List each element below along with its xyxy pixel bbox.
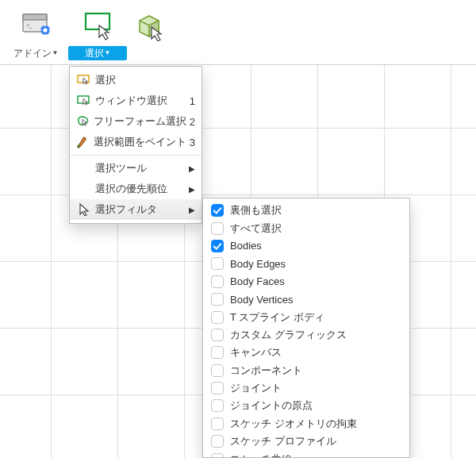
filter-label: Body Vertices bbox=[230, 294, 294, 306]
select-icon bbox=[76, 75, 92, 87]
menu-separator bbox=[70, 155, 202, 156]
svg-rect-9 bbox=[86, 13, 109, 29]
dropdown-triangle-icon: ▼ bbox=[52, 50, 59, 56]
checkbox-icon[interactable] bbox=[211, 311, 224, 324]
checkbox-icon[interactable] bbox=[211, 382, 224, 394]
addins-tool[interactable]: >_ アドイン ▼ bbox=[6, 3, 65, 62]
filter-row[interactable]: コンポーネント bbox=[203, 362, 409, 379]
select-dropdown-menu: 選択 ウィンドウ選択 1 フリーフォーム選択 2 選択範囲をペイント 3 選択ツ… bbox=[69, 66, 202, 224]
menu-item-select-priority[interactable]: 選択の優先順位 ▶ bbox=[70, 179, 202, 199]
checkbox-icon[interactable] bbox=[211, 222, 224, 235]
filter-label: スケッチ曲線 bbox=[230, 452, 292, 458]
window-select-icon bbox=[76, 95, 92, 107]
filter-row[interactable]: カスタム グラフィックス bbox=[203, 326, 409, 344]
brush-icon bbox=[76, 137, 90, 148]
filter-label: ジョイント bbox=[230, 381, 282, 395]
checkbox-icon[interactable] bbox=[211, 240, 224, 252]
menu-item-window-select[interactable]: ウィンドウ選択 1 bbox=[70, 90, 202, 111]
filter-row[interactable]: スケッチ ジオメトリの拘束 bbox=[203, 415, 409, 433]
filter-row[interactable]: スケッチ プロファイル bbox=[203, 433, 409, 450]
svg-point-4 bbox=[43, 28, 47, 32]
filter-row[interactable]: すべて選択 bbox=[203, 219, 409, 237]
filter-label: カスタム グラフィックス bbox=[230, 328, 347, 342]
checkbox-icon[interactable] bbox=[211, 399, 224, 412]
shortcut-key: 1 bbox=[184, 95, 195, 107]
menu-label: 選択フィルタ bbox=[92, 202, 184, 217]
menu-label: 選択の優先順位 bbox=[92, 182, 184, 196]
checkbox-icon[interactable] bbox=[211, 453, 224, 458]
filter-row[interactable]: ジョイントの原点 bbox=[203, 397, 409, 414]
dropdown-triangle-icon: ▼ bbox=[105, 50, 111, 56]
select-rectangle-icon bbox=[68, 5, 127, 44]
menu-item-paint-select[interactable]: 選択範囲をペイント 3 bbox=[70, 132, 202, 152]
checkbox-icon[interactable] bbox=[211, 204, 224, 217]
toolbar: >_ アドイン ▼ 選択 ▼ bbox=[0, 0, 476, 65]
addins-icon: >_ bbox=[6, 5, 65, 44]
shortcut-key: 2 bbox=[186, 116, 195, 128]
filter-label: スケッチ プロファイル bbox=[230, 434, 336, 448]
checkbox-icon[interactable] bbox=[211, 435, 224, 448]
freeform-select-icon bbox=[76, 116, 90, 128]
filter-row[interactable]: Body Edges bbox=[203, 255, 409, 272]
filter-row[interactable]: T スプライン ボディ bbox=[203, 308, 409, 325]
checkbox-icon[interactable] bbox=[211, 293, 224, 306]
menu-item-select-tools[interactable]: 選択ツール ▶ bbox=[70, 158, 202, 179]
filter-row[interactable]: ジョイント bbox=[203, 379, 409, 397]
filter-label: Bodies bbox=[230, 240, 262, 252]
checkbox-icon[interactable] bbox=[211, 275, 224, 288]
cube-tool[interactable] bbox=[130, 3, 170, 62]
filter-label: Body Edges bbox=[230, 258, 286, 270]
filter-row[interactable]: キャンバス bbox=[203, 344, 409, 361]
menu-label: 選択 bbox=[92, 73, 184, 87]
filter-label: ジョイントの原点 bbox=[230, 398, 313, 413]
filter-row[interactable]: Body Faces bbox=[203, 273, 409, 291]
filter-label: すべて選択 bbox=[230, 221, 282, 236]
select-filters-submenu: 裏側も選択すべて選択BodiesBody EdgesBody FacesBody… bbox=[202, 198, 410, 458]
menu-item-select[interactable]: 選択 bbox=[70, 70, 202, 90]
select-label-text: 選択 bbox=[85, 47, 104, 60]
filter-row[interactable]: Body Vertices bbox=[203, 291, 409, 308]
submenu-arrow-icon: ▶ bbox=[184, 185, 195, 194]
menu-item-select-filters[interactable]: 選択フィルタ ▶ bbox=[70, 199, 202, 220]
svg-rect-1 bbox=[23, 14, 47, 20]
cursor-icon bbox=[76, 203, 92, 216]
select-rectangle-tool[interactable]: 選択 ▼ bbox=[68, 3, 127, 62]
checkbox-icon[interactable] bbox=[211, 346, 224, 359]
checkbox-icon[interactable] bbox=[211, 329, 224, 341]
menu-label: フリーフォーム選択 bbox=[90, 114, 186, 129]
checkbox-icon[interactable] bbox=[211, 418, 224, 430]
menu-label: 選択ツール bbox=[92, 161, 184, 175]
svg-text:>_: >_ bbox=[26, 22, 33, 29]
filter-row[interactable]: 裏側も選択 bbox=[203, 202, 409, 219]
menu-item-freeform-select[interactable]: フリーフォーム選択 2 bbox=[70, 111, 202, 132]
filter-label: コンポーネント bbox=[230, 364, 302, 378]
filter-label: T スプライン ボディ bbox=[230, 310, 324, 325]
addins-label-text: アドイン bbox=[13, 47, 52, 60]
filter-row[interactable]: Bodies bbox=[203, 237, 409, 255]
checkbox-icon[interactable] bbox=[211, 364, 224, 377]
menu-label: 選択範囲をペイント bbox=[90, 135, 186, 149]
submenu-arrow-icon: ▶ bbox=[184, 206, 195, 214]
filter-label: Body Faces bbox=[230, 275, 285, 287]
checkbox-icon[interactable] bbox=[211, 257, 224, 270]
filter-row[interactable]: スケッチ曲線 bbox=[203, 450, 409, 458]
filter-label: キャンバス bbox=[230, 345, 282, 360]
shortcut-key: 3 bbox=[186, 137, 195, 148]
select-label[interactable]: 選択 ▼ bbox=[68, 46, 127, 60]
submenu-arrow-icon: ▶ bbox=[184, 164, 195, 173]
svg-point-15 bbox=[77, 144, 79, 147]
cube-icon bbox=[130, 5, 170, 44]
filter-label: 裏側も選択 bbox=[230, 203, 282, 217]
addins-label[interactable]: アドイン ▼ bbox=[6, 46, 65, 60]
menu-label: ウィンドウ選択 bbox=[92, 94, 184, 108]
cube-label-spacer bbox=[130, 46, 170, 60]
filter-label: スケッチ ジオメトリの拘束 bbox=[230, 417, 357, 431]
